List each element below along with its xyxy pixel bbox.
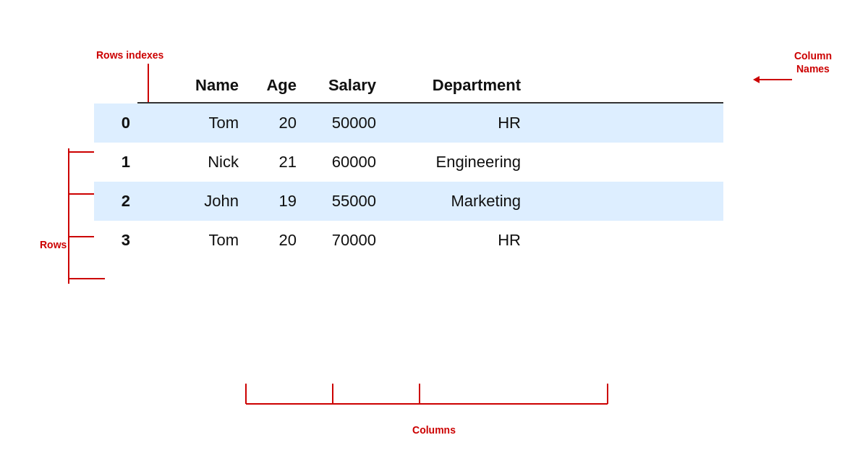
table-row: 2 John 19 55000 Marketing — [94, 182, 723, 221]
header-salary: Salary — [297, 76, 376, 95]
cell-name-0: Tom — [137, 114, 239, 132]
rows-indexes-label: Rows indexes — [96, 49, 163, 61]
header-department: Department — [376, 76, 521, 95]
cell-dept-2: Marketing — [376, 192, 521, 211]
cell-dept-0: HR — [376, 114, 521, 132]
cell-salary-3: 70000 — [297, 231, 376, 250]
row-index-0: 0 — [94, 114, 137, 132]
cell-dept-3: HR — [376, 231, 521, 250]
cell-age-0: 20 — [239, 114, 297, 132]
row-index-1: 1 — [94, 153, 137, 172]
cell-age-2: 19 — [239, 192, 297, 211]
header-name: Name — [137, 76, 239, 95]
table-row: 3 Tom 20 70000 HR — [94, 221, 723, 260]
cell-salary-2: 55000 — [297, 192, 376, 211]
dataframe-table: Name Age Salary Department 0 Tom 20 5000… — [94, 69, 723, 260]
rows-label: Rows — [40, 239, 67, 250]
row-index-3: 3 — [94, 231, 137, 250]
columns-label: Columns — [412, 424, 456, 436]
header-age: Age — [239, 76, 297, 95]
cell-name-2: John — [137, 192, 239, 211]
table-row: 0 Tom 20 50000 HR — [94, 104, 723, 143]
cell-name-1: Nick — [137, 153, 239, 172]
table-row: 1 Nick 21 60000 Engineering — [94, 143, 723, 182]
svg-marker-3 — [753, 76, 760, 83]
cell-age-1: 21 — [239, 153, 297, 172]
cell-name-3: Tom — [137, 231, 239, 250]
table-header-row: Name Age Salary Department — [137, 69, 723, 104]
column-names-label: ColumnNames — [794, 49, 832, 75]
cell-age-3: 20 — [239, 231, 297, 250]
cell-dept-1: Engineering — [376, 153, 521, 172]
row-index-2: 2 — [94, 192, 137, 211]
cell-salary-0: 50000 — [297, 114, 376, 132]
cell-salary-1: 60000 — [297, 153, 376, 172]
